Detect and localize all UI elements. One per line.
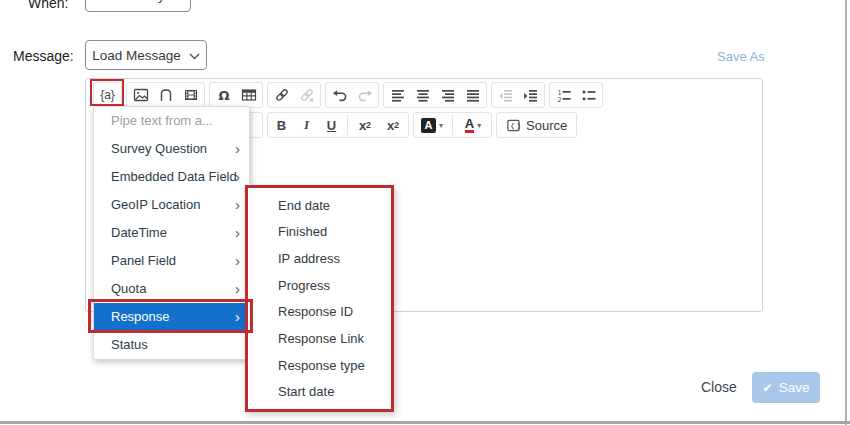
background-color-icon: A — [421, 118, 436, 133]
source-label: Source — [526, 118, 567, 133]
menu-item-response[interactable]: Response› — [94, 303, 249, 331]
load-message-label: Load Message — [92, 48, 181, 63]
submenu-item-progress[interactable]: Progress — [248, 272, 391, 299]
menu-item-panel-field[interactable]: Panel Field› — [94, 247, 249, 275]
submenu-item-end-date[interactable]: End date — [248, 192, 391, 219]
submenu-item-response-type[interactable]: Response type — [248, 352, 391, 379]
increase-indent-icon — [523, 87, 539, 103]
when-dropdown-value: Immediately — [94, 0, 164, 3]
save-as-link[interactable]: Save As — [717, 49, 765, 64]
align-justify-button[interactable] — [460, 84, 485, 106]
save-button[interactable]: ✔ Save — [752, 372, 820, 403]
page-break-button[interactable] — [153, 84, 178, 106]
remove-link-button — [294, 84, 319, 106]
insert-table-button[interactable] — [236, 84, 261, 106]
align-right-button[interactable] — [435, 84, 460, 106]
submenu-arrow-icon: › — [235, 191, 240, 219]
undo-button[interactable] — [327, 84, 352, 106]
italic-button[interactable]: I — [294, 114, 319, 136]
page-break-icon — [158, 87, 174, 103]
save-button-label: Save — [779, 380, 810, 395]
link-icon — [274, 87, 290, 103]
close-button[interactable]: Close — [701, 379, 737, 395]
align-left-icon — [390, 87, 406, 103]
superscript-button[interactable]: x2 — [379, 114, 407, 136]
redo-icon — [357, 87, 373, 103]
menu-item-embedded-data-field[interactable]: Embedded Data Field› — [94, 163, 249, 191]
submenu-item-finished[interactable]: Finished — [248, 219, 391, 246]
submenu-arrow-icon: › — [235, 163, 240, 191]
increase-indent-button[interactable] — [518, 84, 543, 106]
insert-media-button[interactable] — [178, 84, 203, 106]
text-color-button[interactable]: A▾ — [456, 114, 490, 136]
decrease-indent-button — [493, 84, 518, 106]
underline-button[interactable]: U — [319, 114, 344, 136]
align-center-icon — [415, 87, 431, 103]
align-left-button[interactable] — [385, 84, 410, 106]
unlink-icon — [299, 87, 315, 103]
bulleted-list-button[interactable] — [576, 84, 601, 106]
chevron-down-icon: ▾ — [439, 121, 443, 130]
submenu-arrow-icon: › — [235, 247, 240, 275]
submenu-item-ip-address[interactable]: IP address — [248, 245, 391, 272]
svg-text:Ω: Ω — [218, 88, 229, 103]
piped-text-button[interactable]: {a} — [95, 84, 120, 106]
omega-icon: Ω — [216, 87, 232, 103]
chevron-down-icon — [189, 48, 200, 63]
submenu-arrow-icon: › — [235, 135, 240, 163]
svg-text:❬❭: ❬❭ — [510, 121, 521, 130]
align-right-icon — [440, 87, 456, 103]
submenu-arrow-icon: › — [235, 219, 240, 247]
submenu-arrow-icon: › — [235, 303, 240, 331]
svg-text:2: 2 — [557, 96, 561, 103]
piped-text-menu: Pipe text from a... Survey Question› Emb… — [93, 106, 250, 360]
load-message-dropdown[interactable]: Load Message — [85, 40, 207, 70]
bulleted-list-icon — [581, 87, 597, 103]
submenu-item-response-link[interactable]: Response Link — [248, 325, 391, 352]
special-character-button[interactable]: Ω — [211, 84, 236, 106]
redo-button — [352, 84, 377, 106]
image-icon — [133, 87, 149, 103]
insert-image-button[interactable] — [128, 84, 153, 106]
menu-item-quota[interactable]: Quota› — [94, 275, 249, 303]
message-label: Message: — [13, 48, 74, 64]
check-icon: ✔ — [763, 381, 773, 395]
subscript-button[interactable]: x2 — [351, 114, 379, 136]
menu-item-survey-question[interactable]: Survey Question› — [94, 135, 249, 163]
when-label: When: — [28, 0, 68, 11]
editor-toolbar-row1: {a} Ω — [86, 79, 762, 108]
menu-item-datetime[interactable]: DateTime› — [94, 219, 249, 247]
align-justify-icon — [465, 87, 481, 103]
media-icon — [183, 87, 199, 103]
dialog-right-border — [845, 0, 847, 425]
response-submenu: End date Finished IP address Progress Re… — [245, 185, 394, 412]
text-color-icon: A — [465, 118, 474, 133]
message-editor-dialog: When: Immediately Message: Load Message … — [0, 0, 850, 425]
numbered-list-button[interactable]: 12 — [551, 84, 576, 106]
chevron-down-icon: ▾ — [477, 121, 481, 130]
insert-link-button[interactable] — [269, 84, 294, 106]
background-color-button[interactable]: A▾ — [415, 114, 449, 136]
menu-header: Pipe text from a... — [94, 107, 249, 135]
submenu-item-response-id[interactable]: Response ID — [248, 299, 391, 326]
submenu-arrow-icon: › — [235, 275, 240, 303]
bold-button[interactable]: B — [269, 114, 294, 136]
align-center-button[interactable] — [410, 84, 435, 106]
undo-icon — [332, 87, 348, 103]
dialog-bottom-border — [0, 421, 850, 424]
submenu-item-start-date[interactable]: Start date — [248, 378, 391, 405]
decrease-indent-icon — [498, 87, 514, 103]
chevron-down-icon — [173, 0, 182, 3]
table-icon — [241, 87, 257, 103]
source-button[interactable]: ❬❭ Source — [498, 114, 575, 136]
menu-item-geoip-location[interactable]: GeoIP Location› — [94, 191, 249, 219]
numbered-list-icon: 12 — [556, 87, 572, 103]
when-dropdown[interactable]: Immediately — [85, 0, 191, 12]
menu-item-status[interactable]: Status — [94, 331, 249, 359]
source-icon: ❬❭ — [506, 118, 521, 133]
